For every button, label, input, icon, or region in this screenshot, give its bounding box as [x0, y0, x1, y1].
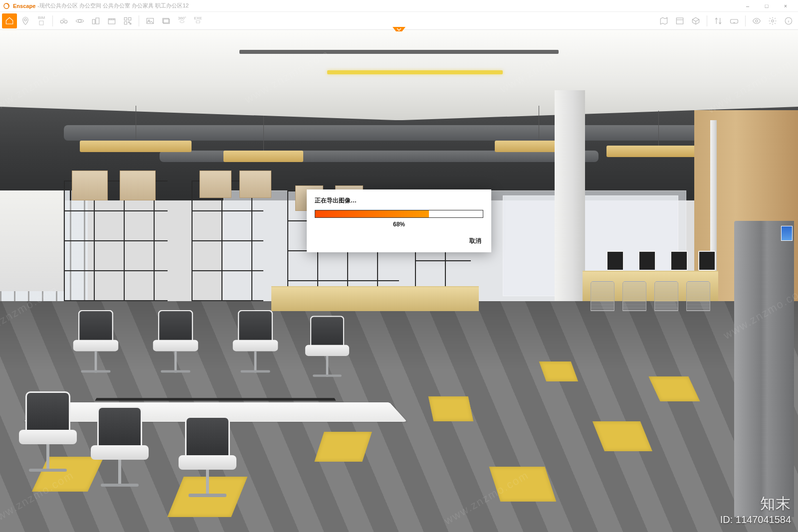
info-button[interactable] — [781, 13, 796, 28]
svg-rect-12 — [124, 21, 127, 24]
bim-button[interactable]: BIM — [34, 13, 49, 28]
export-exe-label: EXE — [194, 16, 202, 20]
dialog-title: 正在导出图像… — [315, 196, 483, 205]
collapse-toolbar-tab[interactable] — [392, 27, 406, 32]
svg-rect-10 — [124, 17, 127, 20]
svg-point-23 — [756, 19, 758, 22]
progress-percent: 68% — [315, 221, 483, 228]
export-progress-dialog: 正在导出图像… 68% 取消 — [307, 189, 491, 252]
minimize-button[interactable]: – — [738, 0, 757, 12]
svg-point-0 — [4, 3, 9, 8]
settings-button[interactable] — [765, 13, 780, 28]
close-button[interactable]: × — [776, 0, 795, 12]
svg-rect-14 — [130, 23, 131, 24]
orbit-button[interactable] — [72, 13, 87, 28]
render-viewport[interactable]: www.znzmo.com www.znzmo.com www.znzmo.co… — [0, 30, 798, 532]
svg-point-4 — [64, 20, 67, 23]
export-exe-button[interactable]: EXE — [191, 13, 205, 28]
titlebar: Enscape - 现代公共办公区 办公空间 公共办公室 办公家具 职工办公区1… — [0, 0, 798, 12]
compare-button[interactable] — [711, 13, 726, 28]
export-image-button[interactable] — [143, 13, 158, 28]
visibility-button[interactable] — [749, 13, 764, 28]
app-name: Enscape — [13, 3, 35, 9]
svg-point-1 — [24, 18, 27, 21]
progress-bar — [315, 210, 483, 218]
svg-rect-11 — [129, 17, 131, 20]
svg-rect-21 — [676, 18, 683, 24]
progress-fill — [315, 210, 429, 217]
video-button[interactable] — [104, 13, 119, 28]
svg-point-5 — [78, 19, 81, 22]
export-360-label: 360° — [178, 16, 187, 20]
favorites-button[interactable] — [18, 13, 33, 28]
toolbar-separator — [52, 15, 53, 26]
asset-library-button[interactable] — [672, 13, 687, 28]
watermark-brand: 知末 — [720, 494, 791, 513]
toolbar-separator — [707, 15, 707, 26]
minimap-button[interactable] — [656, 13, 671, 28]
export-360-button[interactable]: 360° — [175, 13, 190, 28]
svg-rect-13 — [129, 21, 130, 22]
svg-point-19 — [180, 20, 184, 22]
bim-label: BIM — [38, 16, 45, 20]
vr-button[interactable] — [727, 13, 742, 28]
svg-rect-7 — [92, 19, 95, 24]
svg-rect-20 — [196, 20, 200, 22]
toolbar-left: BIM 360° EXE — [2, 13, 205, 28]
home-button[interactable] — [2, 13, 17, 28]
svg-rect-8 — [96, 18, 99, 24]
maximize-button[interactable]: □ — [757, 0, 776, 12]
toolbar: BIM 360° EXE — [0, 12, 798, 30]
document-title: 现代公共办公区 办公空间 公共办公室 办公家具 职工办公区12 — [39, 2, 189, 9]
qr-button[interactable] — [120, 13, 135, 28]
svg-point-3 — [60, 20, 63, 23]
toolbar-separator — [139, 15, 139, 26]
cancel-button[interactable]: 取消 — [467, 235, 483, 247]
svg-point-6 — [76, 19, 84, 22]
toolbar-right — [656, 13, 796, 28]
views-button[interactable] — [688, 13, 703, 28]
toolbar-separator — [745, 15, 746, 26]
svg-rect-2 — [39, 21, 43, 25]
buildings-button[interactable] — [88, 13, 103, 28]
window-controls: – □ × — [738, 0, 795, 12]
render-scene: www.znzmo.com www.znzmo.com www.znzmo.co… — [0, 30, 798, 532]
binoculars-button[interactable] — [56, 13, 71, 28]
watermark-id-label: ID: 1147041584 — [720, 513, 791, 526]
export-batch-button[interactable] — [159, 13, 174, 28]
svg-point-24 — [772, 19, 774, 22]
enscape-logo-icon — [3, 2, 10, 9]
watermark-id: 知末 ID: 1147041584 — [720, 494, 791, 526]
